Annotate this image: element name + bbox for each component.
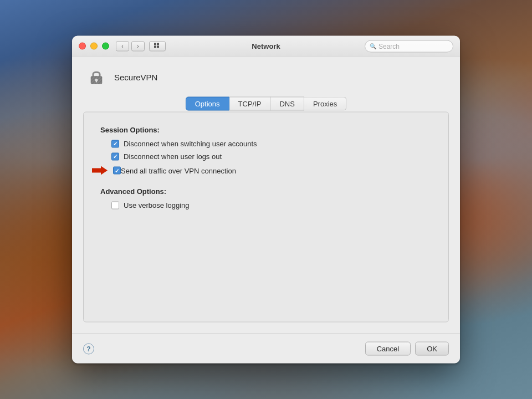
titlebar: ‹ › Network 🔍 Search [72, 36, 460, 57]
ok-button[interactable]: OK [415, 342, 449, 356]
arrow-row: Send all traffic over VPN connection [111, 165, 432, 176]
tab-dns[interactable]: DNS [270, 97, 304, 111]
checkbox-verbose-logging[interactable] [111, 201, 119, 209]
svg-rect-2 [154, 45, 156, 48]
checkbox-row-2: Disconnect when user logs out [111, 152, 432, 161]
tabs-container: Options TCP/IP DNS Proxies [83, 97, 449, 111]
svg-rect-0 [154, 43, 156, 45]
search-icon: 🔍 [370, 43, 376, 49]
checkbox-row-1: Disconnect when switching user accounts [111, 140, 432, 148]
action-buttons: Cancel OK [365, 342, 449, 356]
vpn-header: SecureVPN [83, 66, 449, 88]
help-button[interactable]: ? [83, 343, 94, 354]
checkbox-label-1: Disconnect when switching user accounts [124, 140, 257, 148]
content-area: Session Options: Disconnect when switchi… [83, 112, 449, 323]
tab-options[interactable]: Options [186, 97, 229, 111]
search-box[interactable]: 🔍 Search [365, 40, 453, 52]
checkbox-row-verbose: Use verbose logging [111, 201, 432, 209]
grid-button[interactable] [149, 41, 166, 51]
close-button[interactable] [79, 43, 86, 50]
session-options-title: Session Options: [100, 126, 432, 134]
minimize-button[interactable] [90, 43, 98, 50]
checkbox-label-3: Send all traffic over VPN connection [121, 166, 236, 175]
checkbox-label-verbose: Use verbose logging [124, 201, 190, 209]
checkbox-send-traffic[interactable] [113, 167, 121, 175]
vpn-icon [85, 66, 108, 88]
svg-marker-9 [92, 166, 108, 175]
advanced-options-section: Advanced Options: Use verbose logging [100, 187, 432, 209]
network-window: ‹ › Network 🔍 Search [72, 36, 460, 364]
vpn-name: SecureVPN [114, 72, 157, 81]
arrow-indicator [92, 165, 108, 176]
cancel-button[interactable]: Cancel [365, 342, 411, 356]
bottom-bar: ? Cancel OK [72, 334, 460, 364]
window-body: SecureVPN Options TCP/IP DNS Proxies Ses… [72, 57, 460, 334]
checkbox-disconnect-logout[interactable] [111, 152, 119, 160]
checkbox-disconnect-switching[interactable] [111, 140, 119, 147]
svg-rect-8 [96, 81, 97, 83]
traffic-lights [79, 43, 109, 50]
forward-button[interactable]: › [131, 41, 145, 51]
nav-buttons: ‹ › [116, 41, 166, 51]
maximize-button[interactable] [102, 43, 109, 50]
tab-tcpip[interactable]: TCP/IP [229, 97, 271, 111]
advanced-options-title: Advanced Options: [100, 187, 432, 196]
back-button[interactable]: ‹ [116, 41, 129, 51]
tab-proxies[interactable]: Proxies [304, 97, 346, 111]
search-placeholder: Search [378, 42, 400, 50]
window-title: Network [252, 42, 280, 50]
svg-rect-1 [157, 43, 159, 45]
checkbox-label-2: Disconnect when user logs out [124, 152, 222, 161]
svg-rect-3 [157, 45, 159, 48]
